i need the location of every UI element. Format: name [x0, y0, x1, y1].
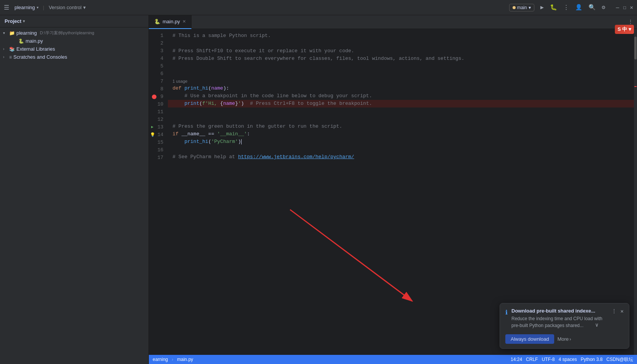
status-csdn-label: CSDN@联坛 — [606, 356, 633, 363]
code-line-6 — [168, 70, 637, 78]
status-crlf[interactable]: CRLF — [526, 357, 538, 362]
version-control-chevron-icon: ▾ — [83, 5, 86, 10]
tree-item-mainpy-label: main.py — [26, 38, 43, 44]
title-bar: ☰ plearning ▾ | Version control ▾ main ▾… — [0, 0, 637, 15]
sidebar-title: Project ▾ — [5, 18, 25, 24]
code-line-8: # Use a breakpoint in the code line belo… — [168, 92, 637, 100]
more-chevron-icon: › — [569, 336, 571, 342]
status-line-col[interactable]: 14:24 — [511, 357, 522, 362]
tree-item-label: plearning — [16, 30, 37, 36]
status-python-version[interactable]: Python 3.8 — [581, 357, 602, 362]
more-options-icon[interactable]: ⋮ — [563, 4, 569, 11]
notification-info-icon: ℹ — [505, 309, 508, 316]
notification-expand-icon[interactable]: ∨ — [595, 322, 598, 329]
code-line-17 — [168, 161, 637, 168]
ln-5: 5 — [149, 63, 168, 70]
code-line-5 — [168, 63, 637, 70]
minimap-breakpoint — [634, 86, 637, 87]
search-icon[interactable]: 🔍 — [589, 4, 596, 11]
more-button[interactable]: More › — [557, 336, 571, 342]
status-breadcrumb-mainpy[interactable]: main.py — [177, 357, 193, 362]
user-icon[interactable]: 👤 — [575, 4, 582, 11]
sidebar-item-mainpy[interactable]: 🐍 main.py — [0, 37, 148, 45]
ln-9: 9 — [149, 93, 168, 101]
tab-label: main.py — [163, 19, 180, 24]
code-line-14: print_hi('PyCharm') — [168, 138, 637, 146]
settings-icon[interactable]: ⚙ — [602, 4, 605, 11]
ln-13: 13 — [149, 123, 168, 131]
code-line-2 — [168, 40, 637, 47]
version-control-label: Version control — [49, 5, 82, 10]
sidebar-item-external-libraries[interactable]: › 📚 External Libraries — [0, 45, 148, 53]
code-line-12: # Press the green button in the gutter t… — [168, 123, 637, 130]
tab-bar-more-icon[interactable]: ⋮ — [628, 19, 637, 25]
always-download-button[interactable]: Always download — [505, 334, 554, 344]
scrollbar-track[interactable] — [634, 29, 637, 355]
project-chevron-icon: ▾ — [37, 5, 39, 10]
code-line-11 — [168, 115, 637, 123]
sidebar-content: ▾ 📁 plearning D:\学习案例\python\plearning 🐍… — [0, 27, 148, 364]
branch-chevron-icon: ▾ — [529, 5, 531, 10]
status-bar: earning › main.py 14:24 CRLF UTF-8 4 spa… — [149, 355, 637, 364]
minimize-button[interactable]: — — [616, 5, 619, 11]
ln-7: 7 — [149, 78, 168, 85]
sidebar-header: Project ▾ — [0, 15, 148, 27]
code-line-9: print(f'Hi, {name}') # Press Ctrl+F8 to … — [168, 100, 637, 107]
sidebar-item-plearning[interactable]: ▾ 📁 plearning D:\学习案例\python\plearning — [0, 29, 148, 37]
ln-6: 6 — [149, 70, 168, 78]
status-crlf-label: CRLF — [526, 357, 538, 362]
tree-item-path: D:\学习案例\python\plearning — [40, 30, 94, 36]
separator: | — [43, 5, 44, 10]
scrollbar-thumb — [634, 37, 637, 59]
ln-1: 1 — [149, 32, 168, 40]
ln-15: 15 — [149, 139, 168, 146]
code-line-15 — [168, 146, 637, 153]
hamburger-icon[interactable]: ☰ — [4, 4, 9, 11]
ln-8: 8 — [149, 85, 168, 93]
ln-11: 11 — [149, 108, 168, 116]
tab-close-icon[interactable]: ✕ — [182, 19, 186, 24]
notification-menu-icon[interactable]: ⋮ — [611, 308, 617, 314]
status-indent[interactable]: 4 spaces — [558, 357, 577, 362]
status-line-col-label: 14:24 — [511, 357, 522, 362]
code-line-1: # This is a sample Python script. — [168, 32, 637, 40]
sidebar-item-scratches[interactable]: › ≡ Scratches and Consoles — [0, 53, 148, 61]
notification-body: Reduce the indexing time and CPU load wi… — [511, 315, 608, 329]
line-numbers: 1 2 3 4 5 6 7 8 9 10 11 12 13 14 15 16 1… — [149, 29, 168, 355]
folder-icon: 📁 — [9, 30, 15, 36]
csdn-badge: S 中 ▾ — [615, 25, 634, 34]
branch-badge[interactable]: main ▾ — [509, 4, 534, 11]
version-control-button[interactable]: Version control ▾ — [49, 5, 86, 10]
notification-close-icon[interactable]: ✕ — [621, 308, 624, 314]
code-line-10 — [168, 107, 637, 115]
status-breadcrumb-earning[interactable]: earning — [153, 357, 168, 362]
expand-icon-ext: › — [3, 47, 8, 51]
tab-mainpy[interactable]: 🐍 main.py ✕ — [149, 15, 192, 29]
tab-py-icon: 🐍 — [154, 19, 160, 24]
scratches-icon: ≡ — [9, 55, 12, 60]
status-python-label: Python 3.8 — [581, 357, 602, 362]
ln-17: 17 — [149, 154, 168, 162]
status-encoding[interactable]: UTF-8 — [542, 357, 555, 362]
status-csdn[interactable]: CSDN@联坛 — [606, 356, 633, 363]
code-line-4: # Press Double Shift to search everywher… — [168, 55, 637, 63]
notification-content: Download pre-built shared indexe... Redu… — [511, 308, 608, 329]
tab-bar: 🐍 main.py ✕ ⋮ — [149, 15, 637, 29]
status-encoding-label: UTF-8 — [542, 357, 555, 362]
close-button[interactable]: ✕ — [630, 4, 633, 11]
sidebar: Project ▾ ▾ 📁 plearning D:\学习案例\python\p… — [0, 15, 149, 364]
code-line-16: # See PyCharm help at https://www.jetbra… — [168, 153, 637, 161]
status-earning-label: earning — [153, 357, 168, 362]
notification-popup: ℹ Download pre-built shared indexe... Re… — [500, 303, 629, 349]
debug-icon[interactable]: 🐛 — [550, 4, 557, 11]
tree-item-ext-label: External Libraries — [16, 46, 55, 52]
project-dropdown[interactable]: plearning ▾ — [15, 5, 39, 10]
notification-actions: Always download More › — [500, 332, 629, 348]
expand-icon: ▾ — [3, 31, 8, 35]
maximize-button[interactable]: ☐ — [623, 4, 626, 11]
project-name: plearning — [15, 5, 35, 10]
ln-16: 16 — [149, 146, 168, 154]
code-line-13: if __name__ == '__main__': — [168, 130, 637, 138]
status-indent-label: 4 spaces — [558, 357, 577, 362]
run-icon[interactable]: ▶ — [540, 4, 544, 11]
